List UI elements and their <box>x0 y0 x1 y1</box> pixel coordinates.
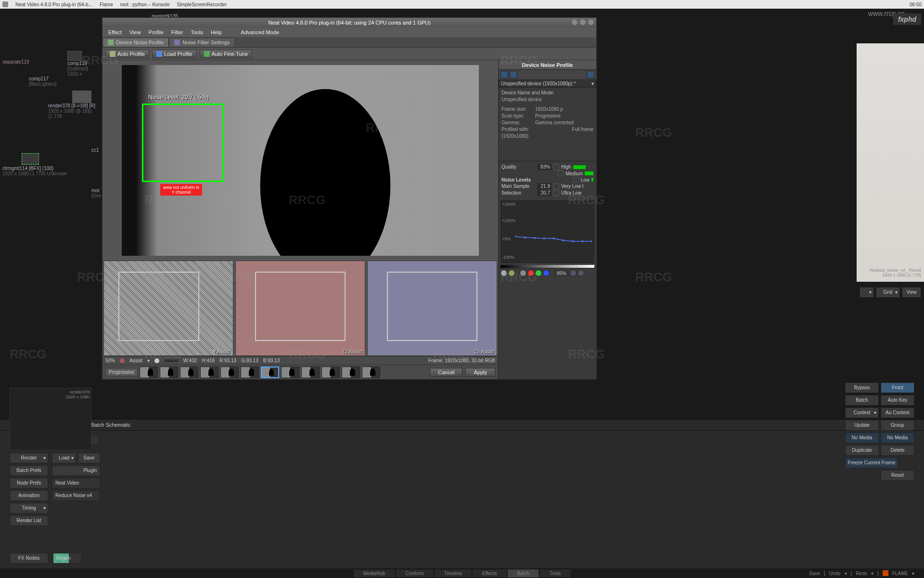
frame-thumbnail-selected[interactable] <box>261 367 279 378</box>
render-list-button[interactable]: Render List <box>10 515 48 526</box>
cb-assist-panel[interactable]: Cb Assist <box>367 261 497 356</box>
noise-graph[interactable]: +200% +100% +0% -100% <box>500 200 594 263</box>
zoom-value[interactable]: 50% <box>105 358 115 363</box>
menu-view[interactable]: View <box>127 28 144 36</box>
color-green-icon[interactable] <box>535 270 542 276</box>
minimize-icon[interactable] <box>571 19 578 26</box>
disk-icon[interactable] <box>500 71 508 79</box>
node-thumbnail-selected[interactable] <box>22 153 39 165</box>
color-blue-icon[interactable] <box>543 270 550 276</box>
taskbar-app[interactable]: SimpleScreenRecorder <box>177 2 227 7</box>
reduce-noise-field[interactable]: Reduce Noise v4 <box>52 490 100 501</box>
frame-thumbnail[interactable] <box>241 367 259 378</box>
cancel-button[interactable]: Cancel <box>430 368 462 377</box>
fx-nodes-button[interactable]: FX Nodes <box>10 553 48 564</box>
context-button[interactable]: Context <box>845 407 879 418</box>
taskbar-app[interactable]: Neat Video 4.8.0 Pro plug-in (64-b... <box>15 2 92 7</box>
brightness-value[interactable]: 85% <box>554 270 569 276</box>
reset-button[interactable]: Reset <box>881 470 914 481</box>
frame-thumbnail[interactable] <box>281 367 299 378</box>
nomedia2-button[interactable]: No Media <box>881 433 914 443</box>
frame-thumbnail[interactable] <box>200 367 218 378</box>
frame-thumbnail[interactable] <box>342 367 360 378</box>
frame-thumbnail[interactable] <box>220 367 239 378</box>
plugin-button[interactable]: Plugin <box>52 465 100 476</box>
animation-button[interactable]: Animation <box>10 490 48 501</box>
close-icon[interactable] <box>588 19 594 26</box>
disk2-icon[interactable] <box>510 71 517 79</box>
preview-image[interactable]: Noise Level: 20.7 (-5%) area not uniform… <box>122 65 479 256</box>
tab-noise-filter-settings[interactable]: Noise Filter Settings <box>169 38 235 47</box>
mini-viewer[interactable]: render3781920 x 1080 <box>10 388 91 450</box>
os-menu-icon[interactable] <box>2 1 8 7</box>
duplicate-button[interactable]: Duplicate <box>845 445 879 456</box>
y-assist-panel[interactable]: Y Assist <box>103 261 233 356</box>
taskbar-app[interactable]: Flame <box>100 2 113 7</box>
group-button[interactable]: Group <box>881 420 914 431</box>
footer-flame[interactable]: FLAME <box>892 571 908 576</box>
frame-thumbnail[interactable] <box>160 367 178 378</box>
tab-batch-schematic[interactable]: Batch Schematic <box>86 420 135 429</box>
sample-selection-box[interactable] <box>142 104 224 182</box>
assist-mode[interactable]: Assist <box>129 358 142 363</box>
taskbar-app[interactable]: root : python – Konsole <box>120 2 170 7</box>
footer-timeline[interactable]: Timeline <box>434 569 472 578</box>
menu-help[interactable]: Help <box>208 28 225 36</box>
frame-thumbnail[interactable] <box>321 367 340 378</box>
batch-prefs-button[interactable]: Batch Prefs <box>10 465 48 476</box>
frame-thumbnail[interactable] <box>362 367 380 378</box>
node-box[interactable] <box>67 51 82 61</box>
footer-mediahub[interactable]: MediaHub <box>353 569 396 578</box>
frame-thumbnail[interactable] <box>140 367 158 378</box>
view-button[interactable]: View <box>902 287 921 298</box>
frame-thumbnail[interactable] <box>180 367 198 378</box>
footer-redo[interactable]: Redo <box>856 571 867 576</box>
save-profile-icon[interactable] <box>587 71 594 79</box>
node-thumbnail[interactable] <box>72 91 91 103</box>
maximize-icon[interactable] <box>579 19 586 26</box>
color-tool-icon[interactable] <box>578 270 584 276</box>
image-preview-area[interactable]: Noise Level: 20.7 (-5%) area not uniform… <box>103 60 498 261</box>
load-button[interactable]: Load <box>52 453 76 463</box>
auto-profile-button[interactable]: Auto Profile <box>105 50 149 58</box>
progressive-button[interactable]: Progressive <box>105 368 138 376</box>
menu-tools[interactable]: Tools <box>188 28 206 36</box>
color-red-icon[interactable] <box>527 270 534 276</box>
color-tool-icon[interactable] <box>570 270 577 276</box>
batch-button[interactable]: Batch <box>845 395 879 406</box>
render-button[interactable]: Render <box>10 453 48 463</box>
apply-button[interactable]: Apply <box>465 368 495 377</box>
nomedia-button[interactable]: No Media <box>845 433 879 443</box>
delete-button[interactable]: Delete <box>881 445 914 456</box>
menu-advanced-mode[interactable]: Advanced Mode <box>238 28 282 36</box>
update-button[interactable]: Update <box>845 420 879 431</box>
footer-batch[interactable]: Batch <box>507 569 539 578</box>
node-prefs-button[interactable]: Node Prefs <box>10 478 48 488</box>
auto-finetune-button[interactable]: Auto Fine-Tune <box>200 50 252 58</box>
color-gray-icon[interactable] <box>500 270 507 276</box>
menu-effect[interactable]: Effect <box>105 28 125 36</box>
viewport-icon-dd[interactable] <box>860 287 874 298</box>
aucontext-button[interactable]: Au Context <box>881 407 914 418</box>
timing-button[interactable]: Timing <box>10 503 48 513</box>
device-dropdown[interactable]: Unspecified device (1920x1080p) *▾ <box>499 79 596 88</box>
bypass-button[interactable]: Bypass <box>845 382 879 393</box>
front-button[interactable]: Front <box>881 382 914 393</box>
color-yg-icon[interactable] <box>508 270 515 276</box>
save-button[interactable]: Save <box>78 453 100 463</box>
load-profile-button[interactable]: Load Profile <box>152 50 197 58</box>
node-graph-background[interactable]: mastertk135 comp119 [Subtract] 1920 x se… <box>0 9 106 283</box>
status-slider[interactable] <box>164 359 179 362</box>
footer-conform[interactable]: Conform <box>395 569 434 578</box>
grid-dropdown[interactable]: Grid <box>876 287 900 298</box>
cr-assist-panel[interactable]: Cr Assist <box>235 261 365 356</box>
footer-save[interactable]: Save <box>809 571 820 576</box>
freeze-button[interactable]: Freeze Current Frame <box>845 458 898 468</box>
regen-field[interactable]: Regen <box>53 553 82 564</box>
menu-profile[interactable]: Profile <box>146 28 167 36</box>
neat-video-field[interactable]: Neat Video <box>52 478 100 488</box>
autokey-button[interactable]: Auto Key <box>881 395 914 406</box>
footer-undo[interactable]: Undo <box>829 571 841 576</box>
tab-device-noise-profile[interactable]: Device Noise Profile <box>103 38 169 47</box>
frame-thumbnail[interactable] <box>301 367 320 378</box>
